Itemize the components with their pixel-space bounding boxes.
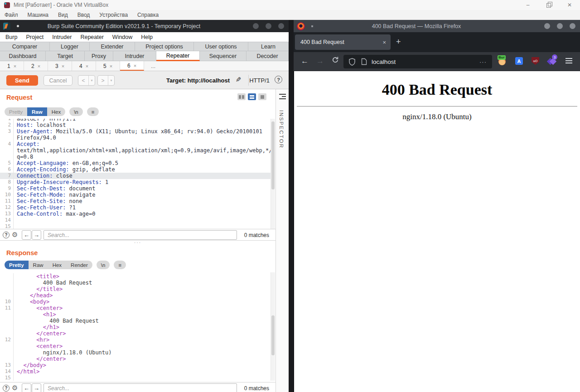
translate-extension-icon[interactable]: A — [515, 57, 523, 65]
minimize-button[interactable]: – — [517, 0, 538, 10]
request-tab-raw[interactable]: Raw — [27, 107, 47, 116]
code-line[interactable]: </center> — [0, 356, 271, 362]
vb-menu-help[interactable]: Справка — [137, 12, 159, 18]
code-line[interactable]: <h1> — [0, 311, 271, 318]
code-line[interactable]: </head> — [0, 292, 271, 299]
gear-icon[interactable]: ⚙ — [12, 384, 18, 392]
code-line[interactable]: text/html,application/xhtml+xml,applicat… — [0, 147, 271, 154]
send-button[interactable]: Send — [6, 75, 38, 86]
new-tab-button[interactable]: + — [396, 37, 401, 47]
edit-target-icon[interactable]: ✎ — [236, 76, 242, 84]
prev-match-button[interactable]: ← — [22, 230, 31, 240]
restore-button[interactable] — [538, 0, 559, 10]
url-text[interactable]: localhost — [372, 58, 479, 65]
code-line[interactable]: 400 Bad Request — [0, 318, 271, 324]
code-line[interactable]: 14 — [0, 217, 271, 223]
code-line[interactable]: Firefox/94.0 — [0, 135, 271, 141]
reload-button[interactable] — [332, 56, 339, 66]
code-line[interactable]: 9Sec-Fetch-Dest: document — [0, 185, 271, 192]
request-search-input[interactable] — [44, 230, 237, 240]
code-line[interactable]: 1austGET / HTTP/1.1 — [0, 119, 271, 122]
repeater-tab-4[interactable]: 4× — [72, 61, 96, 71]
close-icon[interactable]: × — [38, 63, 40, 69]
minimize-button[interactable] — [253, 23, 259, 29]
response-tab-hex[interactable]: Hex — [48, 261, 66, 269]
response-scrollbar[interactable] — [271, 272, 275, 381]
gear-icon[interactable]: ⚙ — [12, 231, 18, 239]
repeater-tab-3[interactable]: 3× — [48, 61, 72, 71]
repeater-tab-1[interactable]: 1× — [0, 61, 24, 71]
forward-button[interactable]: → — [316, 57, 324, 66]
code-line[interactable]: 10Sec-Fetch-Mode: navigate — [0, 192, 271, 198]
next-match-button[interactable]: → — [32, 383, 41, 392]
shield-icon[interactable] — [349, 58, 355, 66]
layout-single-button[interactable] — [258, 93, 266, 100]
code-line[interactable]: </h1> — [0, 324, 271, 330]
forward-history-icon[interactable]: > — [98, 76, 108, 85]
response-tab-raw[interactable]: Raw — [29, 261, 48, 269]
menu-help[interactable]: Help — [141, 34, 153, 40]
tab-user-options[interactable]: User options — [194, 42, 248, 51]
vb-menu-input[interactable]: Ввод — [77, 12, 90, 18]
minimize-button[interactable] — [544, 23, 550, 29]
code-line[interactable]: 6Accept-Encoding: gzip, deflate — [0, 166, 271, 173]
response-editor[interactable]: <title> 400 Bad Request </title> </head>… — [0, 272, 271, 381]
tab-intruder[interactable]: Intruder — [113, 51, 156, 61]
menu-burp[interactable]: Burp — [5, 34, 17, 40]
tab-extender[interactable]: Extender — [90, 42, 135, 51]
prev-match-button[interactable]: ← — [22, 383, 31, 392]
editor-menu-button[interactable]: ≡ — [87, 107, 99, 116]
editor-menu-button[interactable]: ≡ — [114, 261, 126, 269]
close-icon[interactable]: × — [14, 63, 16, 69]
layout-columns-button[interactable] — [237, 93, 246, 100]
code-line[interactable]: 15 — [0, 375, 271, 381]
menu-repeater[interactable]: Repeater — [80, 34, 103, 40]
code-line[interactable]: 13 </body> — [0, 362, 271, 368]
response-tab-render[interactable]: Render — [66, 261, 92, 269]
close-icon[interactable]: × — [110, 63, 112, 69]
code-line[interactable]: 8Upgrade-Insecure-Requests: 1 — [0, 179, 271, 185]
code-line[interactable]: nginx/1.18.0 (Ubuntu) — [0, 349, 271, 356]
close-button[interactable] — [570, 23, 575, 29]
code-line[interactable]: </center> — [0, 330, 271, 337]
help-icon[interactable]: ? — [3, 385, 10, 392]
chevron-down-icon[interactable]: ▾ — [89, 76, 95, 85]
tab-sequencer[interactable]: Sequencer — [200, 51, 246, 61]
newline-toggle[interactable]: \n — [69, 107, 83, 116]
repeater-tab-5[interactable]: 5× — [96, 61, 120, 71]
code-line[interactable]: 11Sec-Fetch-Site: none — [0, 198, 271, 204]
code-line[interactable]: 400 Bad Request — [0, 280, 271, 286]
close-icon[interactable]: × — [62, 63, 64, 69]
vb-menu-view[interactable]: Вид — [58, 12, 68, 18]
menu-project[interactable]: Project — [26, 34, 44, 40]
vb-menu-file[interactable]: Файл — [5, 12, 18, 18]
wappalyzer-extension-icon[interactable]: 3 — [547, 57, 556, 65]
page-info-icon[interactable] — [361, 58, 367, 65]
cancel-button[interactable]: Cancel — [44, 75, 72, 86]
http-version-selector[interactable]: HTTP/1 — [249, 77, 270, 84]
tab-decoder[interactable]: Decoder — [246, 51, 289, 61]
tab-target[interactable]: Target — [46, 51, 85, 61]
menu-intruder[interactable]: Intruder — [52, 34, 72, 40]
code-line[interactable]: q=0.8 — [0, 154, 271, 160]
repeater-tab-2[interactable]: 2× — [24, 61, 48, 71]
page-actions-icon[interactable]: ··· — [479, 58, 487, 65]
code-line[interactable]: 5Accept-Language: en-GB,en;q=0.5 — [0, 160, 271, 166]
request-editor[interactable]: 1austGET / HTTP/1.12Host: localhost3User… — [0, 119, 271, 229]
back-history-button[interactable]: < ▾ — [78, 75, 95, 86]
vb-menu-devices[interactable]: Устройства — [99, 12, 128, 18]
request-scrollbar[interactable] — [271, 119, 275, 229]
request-tab-pretty[interactable]: Pretty — [5, 107, 27, 116]
code-line[interactable]: 2Host: localhost — [0, 122, 271, 128]
chevron-down-icon[interactable]: ▾ — [108, 76, 114, 85]
repeater-tab-6[interactable]: 6× — [120, 61, 144, 71]
tab-close-icon[interactable]: × — [382, 39, 386, 46]
request-tab-hex[interactable]: Hex — [47, 107, 65, 116]
code-line[interactable]: 10 <body> — [0, 299, 271, 305]
code-line[interactable]: 4Accept: — [0, 141, 271, 147]
tab-logger[interactable]: Logger — [50, 42, 90, 51]
response-search-input[interactable] — [44, 383, 237, 392]
scrollbar-thumb[interactable] — [271, 315, 275, 355]
code-line[interactable]: 12 <hr> — [0, 337, 271, 343]
code-line[interactable]: <title> — [0, 273, 271, 280]
